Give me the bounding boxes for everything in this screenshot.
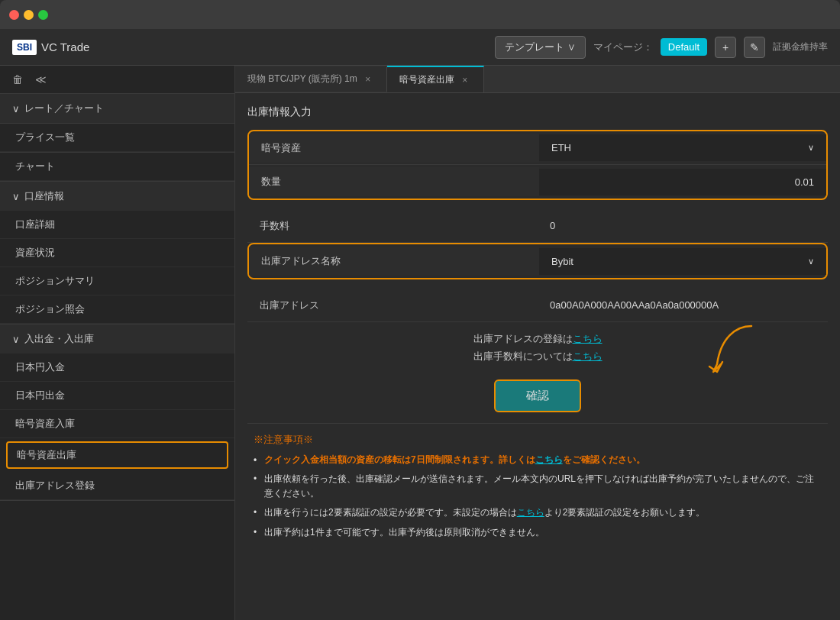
crypto-asset-label: 暗号資産 [249,134,539,163]
note-1-text: クイック入金相当額の資産の移転は7日間制限されます。詳しくは [264,454,535,465]
tab-crypto-withdraw-label: 暗号資産出庫 [399,73,454,86]
sidebar-section-deposit-withdraw: ∨ 入出金・入出庫 日本円入金 日本円出金 暗号資産入庫 暗号資産出庫 出庫アド… [0,325,234,501]
tab-btc-chart[interactable]: 現物 BTC/JPY (販売所) 1m × [235,66,387,92]
address-label: 出庫アドレス [247,291,538,320]
main-layout: 🗑 ≪ ∨ レート／チャート プライス一覧 チャート ∨ 口座情報 口座詳細 資… [0,66,840,620]
sidebar-section-header-rate-chart[interactable]: ∨ レート／チャート [0,94,234,123]
tab-crypto-withdraw[interactable]: 暗号資産出庫 × [387,66,484,92]
sidebar-section-chart: チャート [0,153,234,182]
asset-form-section: 暗号資産 ETH ∨ 数量 0.01 [247,130,828,200]
crypto-asset-row: 暗号資産 ETH ∨ [249,131,826,165]
address-name-value[interactable]: Bybit ∨ [539,248,826,275]
sidebar-item-account-details[interactable]: 口座詳細 [0,211,234,239]
fee-label: 手数料 [247,212,538,241]
fee-value: 0 [538,212,828,239]
collapse-icon[interactable]: ≪ [32,72,50,87]
logo-area: SBI VC Trade [12,40,483,55]
delete-icon[interactable]: 🗑 [9,72,26,87]
sidebar-item-crypto-deposit[interactable]: 暗号資産入庫 [0,410,234,438]
crypto-asset-chevron-icon: ∨ [808,143,814,153]
chevron-down-icon: ∨ [12,103,20,115]
fee-row: 手数料 0 [247,209,828,243]
notes-area: ※注意事項※ クイック入金相当額の資産の移転は7日間制限されます。詳しくはこちら… [247,423,828,554]
notes-title: ※注意事項※ [254,433,822,447]
margin-rate-label: 証拠金維持率 [773,40,828,53]
info-links-area: 出庫アドレスの登録はこちら 出庫手数料についてはこちら [247,322,828,373]
logo-box: SBI [12,40,37,55]
note-1-link[interactable]: こちら [535,454,563,465]
panel-title: 出庫情報入力 [247,105,828,119]
sidebar-section-header-account-info[interactable]: ∨ 口座情報 [0,182,234,211]
template-button[interactable]: テンプレート ∨ [495,36,586,59]
sidebar-item-crypto-withdraw[interactable]: 暗号資産出庫 [6,441,228,469]
info-link-2[interactable]: こちら [573,350,603,362]
chevron-down-icon-account: ∨ [12,191,20,202]
sidebar-item-position-summary[interactable]: ポジションサマリ [0,267,234,295]
confirm-button[interactable]: 確認 [494,379,581,412]
note-3-text-after: より2要素認証の設定をお願いします。 [544,507,706,518]
sidebar-section-rate-chart: ∨ レート／チャート [0,94,234,124]
note-2: 出庫依頼を行った後、出庫確認メールが送信されます。メール本文内のURLを押下しな… [254,472,822,501]
logo-text: VC Trade [41,40,89,53]
confirm-btn-area: 確認 [247,373,828,423]
sidebar-section-header-deposit-withdraw[interactable]: ∨ 入出金・入出庫 [0,325,234,354]
header-right: テンプレート ∨ マイページ： Default + ✎ 証拠金維持率 [495,36,828,59]
close-button[interactable] [9,10,19,20]
note-2-text: 出庫依頼を行った後、出庫確認メールが送信されます。メール本文内のURLを押下しな… [264,473,814,499]
notes-list: クイック入金相当額の資産の移転は7日間制限されます。詳しくはこちらをご確認くださ… [254,453,822,540]
info-text-2: 出庫手数料については [473,350,573,362]
note-3-text: 出庫を行うには2要素認証の設定が必要です。未設定の場合は [264,507,517,518]
tab-crypto-withdraw-close[interactable]: × [459,74,471,86]
info-text-1: 出庫アドレスの登録は [473,333,573,344]
sidebar-section-label-rate-chart: レート／チャート [24,102,104,115]
minimize-button[interactable] [24,10,34,20]
sidebar-section-price-list: プライス一覧 [0,124,234,153]
note-4: 出庫予約は1件まで可能です。出庫予約後は原則取消ができません。 [254,525,822,540]
edit-icon[interactable]: ✎ [744,37,765,58]
note-4-text: 出庫予約は1件まで可能です。出庫予約後は原則取消ができません。 [264,527,544,538]
mypage-label: マイページ： [593,40,653,54]
quantity-input[interactable]: 0.01 [551,176,814,188]
sidebar-section-account-info: ∨ 口座情報 口座詳細 資産状況 ポジションサマリ ポジション照会 [0,182,234,325]
content-area: 現物 BTC/JPY (販売所) 1m × 暗号資産出庫 × 出庫情報入力 暗号… [235,66,840,620]
mypage-value: Default [661,38,707,56]
sidebar: 🗑 ≪ ∨ レート／チャート プライス一覧 チャート ∨ 口座情報 口座詳細 資… [0,66,235,620]
arrow-decoration [690,322,767,376]
address-name-chevron-icon: ∨ [808,257,814,266]
crypto-asset-value[interactable]: ETH ∨ [539,134,826,161]
sidebar-item-price-list[interactable]: プライス一覧 [0,124,234,152]
traffic-lights [9,10,48,20]
add-icon[interactable]: + [715,37,736,58]
address-row: 出庫アドレス 0a00A0A000AA00AAa0Aa0a000000A [247,289,828,322]
maximize-button[interactable] [38,10,48,20]
sidebar-item-jpy-withdraw[interactable]: 日本円出金 [0,382,234,410]
tab-btc-chart-label: 現物 BTC/JPY (販売所) 1m [247,73,357,86]
address-name-select-value: Bybit [551,256,573,267]
crypto-asset-select-value: ETH [551,142,571,153]
info-link-1[interactable]: こちら [573,333,603,344]
sidebar-item-chart[interactable]: チャート [0,153,234,181]
address-form-section: 出庫アドレス名称 Bybit ∨ [247,243,828,279]
quantity-label: 数量 [249,167,539,196]
title-bar [0,0,840,29]
sidebar-item-assets[interactable]: 資産状況 [0,239,234,267]
note-1: クイック入金相当額の資産の移転は7日間制限されます。詳しくはこちらをご確認くださ… [254,453,822,467]
note-3-link[interactable]: こちら [517,507,544,518]
panel: 出庫情報入力 暗号資産 ETH ∨ 数量 0.01 [235,93,840,620]
quantity-value[interactable]: 0.01 [539,169,826,195]
address-name-row: 出庫アドレス名称 Bybit ∨ [249,244,826,278]
sidebar-section-label-account-info: 口座情報 [24,189,64,203]
note-1-text-after: をご確認ください。 [563,454,645,465]
address-name-label: 出庫アドレス名称 [249,247,539,276]
chevron-down-icon-deposit: ∨ [12,334,20,345]
sidebar-section-label-deposit-withdraw: 入出金・入出庫 [24,332,94,346]
sidebar-item-jpy-deposit[interactable]: 日本円入金 [0,354,234,382]
top-header: SBI VC Trade テンプレート ∨ マイページ： Default + ✎… [0,29,840,66]
tab-btc-chart-close[interactable]: × [362,73,374,86]
sidebar-item-position-inquiry[interactable]: ポジション照会 [0,295,234,324]
tab-bar: 現物 BTC/JPY (販売所) 1m × 暗号資産出庫 × [235,66,840,93]
quantity-row: 数量 0.01 [249,165,826,199]
note-3: 出庫を行うには2要素認証の設定が必要です。未設定の場合はこちらより2要素認証の設… [254,505,822,520]
sidebar-item-address-register[interactable]: 出庫アドレス登録 [0,472,234,500]
address-value: 0a00A0A000AA00AAa0Aa0a000000A [538,292,828,318]
